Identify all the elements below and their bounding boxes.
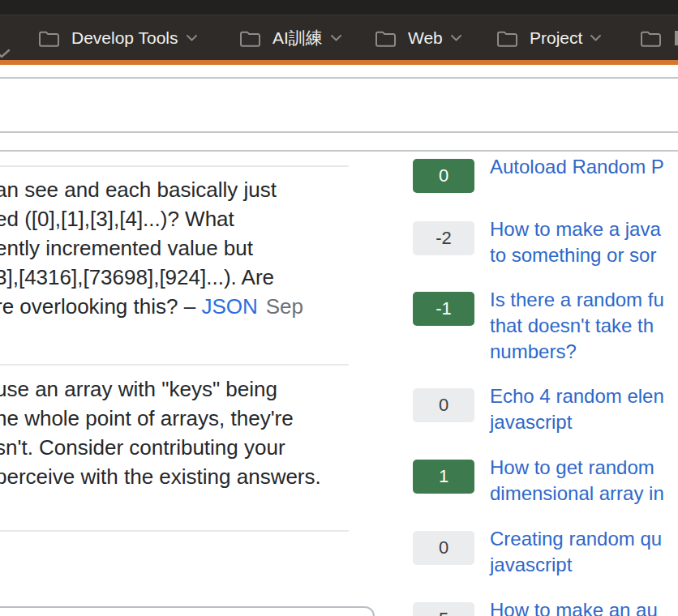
related-question-link[interactable]: How to get random dimensional array in [490,455,678,507]
score-badge: 0 [413,388,474,422]
chevron-down-icon [0,49,11,59]
related-question-link[interactable]: How to make a java to something or sor [490,216,678,268]
comment-text-line: an see and each basically just [0,175,368,204]
chevron-down-icon [330,34,342,42]
folder-icon [639,29,663,48]
score-badge: 0 [413,531,474,565]
folder-icon [496,29,519,48]
header-divider [0,131,678,133]
chevron-down-icon [186,34,198,42]
comment-divider [0,165,349,167]
comment-text-line: 3],[4316],[73698],[924]...). Are [0,263,368,292]
comment-text-line: ently incremented value but [0,233,368,263]
comment-text: re overlooking this? – [0,294,201,319]
related-question-link[interactable]: Is there a random fu that doesn't take t… [490,287,678,365]
score-badge: -2 [413,221,474,255]
comment-divider [0,530,349,532]
folder-icon [374,29,397,48]
score-badge: -1 [413,292,474,326]
bookmark-label: Develop Tools [71,28,178,48]
bookmark-label: Web [408,28,443,48]
comment-text-line: perceive with the existing answers. [0,462,368,491]
chevron-down-icon [590,34,602,42]
comment-text-line: use an array with "keys" being [0,374,368,404]
related-question-link[interactable]: Autoload Random P [490,154,678,180]
comment: use an array with "keys" being he whole … [0,374,368,491]
comment-divider [0,364,349,366]
folder-icon [37,29,61,48]
comment: an see and each basically just ed ([0],[… [0,175,368,321]
add-comment-box[interactable] [0,606,375,616]
related-question-link[interactable]: Echo 4 random elen javascript [490,383,678,435]
score-badge: 5 [413,602,474,616]
bookmark-label: AI訓練 [272,27,323,49]
comment-author-link[interactable]: JSON [201,294,257,319]
comment-text-line: sn't. Consider contributing your [0,433,368,462]
comment-date: Sep [266,294,303,319]
folder-icon [238,29,262,48]
bookmark-label-clipped [675,31,678,45]
window-top-strip [0,0,678,15]
related-question-link[interactable]: How to make an au [490,597,678,616]
stackoverflow-orange-accent-bar [0,60,678,65]
related-question-link[interactable]: Creating random qu javascript [490,526,678,578]
header-divider [0,77,678,79]
bookmark-folder-project[interactable]: Project [496,15,602,61]
bookmark-label: Project [530,28,582,48]
score-badge: 1 [413,460,474,494]
bookmarks-bar: Develop Tools AI訓練 Web Project [0,15,678,61]
bookmark-folder-develop-tools[interactable]: Develop Tools [37,15,198,61]
chevron-down-icon [450,34,462,42]
score-badge: 0 [413,159,474,193]
comment-text-line: ed ([0],[1],[3],[4]...)? What [0,204,368,233]
bookmark-folder-ai-training[interactable]: AI訓練 [238,15,342,61]
section-divider [0,150,678,152]
bookmark-folder-partial[interactable] [639,15,678,61]
comment-text-line: re overlooking this? – JSONSep [0,292,368,321]
bookmark-folder-web[interactable]: Web [374,15,462,61]
comment-text-line: he whole point of arrays, they're [0,404,368,433]
